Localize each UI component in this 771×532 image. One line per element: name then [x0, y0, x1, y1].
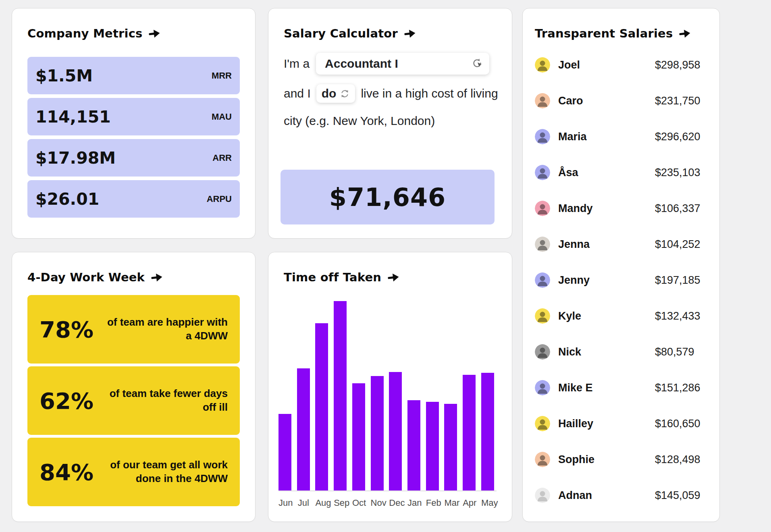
bar-jun: [278, 414, 291, 490]
hcol-toggle[interactable]: do: [316, 84, 355, 103]
metric-label: MRR: [212, 71, 232, 81]
arrow-right-icon: [387, 272, 399, 283]
metric-value: 114,151: [35, 107, 111, 127]
avatar: [535, 201, 550, 216]
bar-sep: [334, 301, 347, 490]
avatar: [535, 129, 550, 144]
stat-row: 84% of our team get all work done in the…: [27, 438, 240, 506]
transparent-salaries-title-link[interactable]: Transparent Salaries: [535, 26, 704, 41]
person-name: Caro: [558, 95, 647, 107]
randomize-role-icon[interactable]: [471, 58, 483, 70]
stat-text: of team are happier with a 4DWW: [101, 316, 228, 343]
salary-row: Nick $80,579: [535, 340, 707, 364]
person-salary: $151,286: [655, 382, 707, 394]
person-salary: $197,185: [655, 274, 707, 287]
person-salary: $145,059: [655, 489, 707, 502]
salary-row: Mike E $151,286: [535, 376, 707, 400]
x-tick-label: Jul: [297, 498, 310, 508]
x-tick-label: Mar: [444, 498, 457, 508]
person-salary: $298,958: [655, 59, 707, 71]
person-name: Joel: [558, 59, 647, 71]
person-icon: [535, 452, 550, 467]
bar-nov: [371, 376, 384, 490]
avatar: [535, 272, 550, 288]
avatar: [535, 237, 550, 252]
avatar: [535, 380, 550, 395]
stat-row: 78% of team are happier with a 4DWW: [27, 295, 240, 364]
avatar: [535, 452, 550, 467]
x-axis-labels: JunJulAugSepOctNovDecJanFebMarAprMay: [278, 498, 494, 508]
person-salary: $80,579: [655, 346, 707, 358]
person-icon: [535, 129, 550, 144]
arrow-right-icon: [151, 272, 163, 283]
metric-label: ARPU: [207, 194, 232, 204]
person-name: Mandy: [558, 202, 647, 215]
salary-row: Hailley $160,650: [535, 411, 707, 436]
person-name: Kyle: [558, 310, 647, 322]
person-name: Adnan: [558, 489, 647, 502]
bar-aug: [315, 323, 328, 490]
salary-row: Caro $231,750: [535, 89, 707, 113]
salary-calculator-card: Salary Calculator I'm a Accountant I and…: [268, 8, 512, 239]
bar-series: [278, 301, 494, 490]
metric-row: 114,151 MAU: [27, 98, 240, 135]
metric-label: ARR: [212, 153, 232, 163]
person-salary: $296,620: [655, 131, 707, 143]
x-tick-label: Oct: [352, 498, 365, 508]
time-off-title: Time off Taken: [284, 270, 381, 284]
metric-value: $1.5M: [35, 66, 93, 85]
sentence-prefix: I'm a: [284, 57, 310, 71]
bar-feb: [426, 402, 439, 490]
role-value: Accountant I: [325, 57, 398, 71]
person-icon: [535, 416, 550, 431]
salary-row: Maria $296,620: [535, 125, 707, 149]
metric-label: MAU: [212, 112, 232, 122]
stat-text: of team take fewer days off ill: [101, 387, 228, 414]
time-off-title-link[interactable]: Time off Taken: [284, 270, 497, 285]
time-off-bar-chart: JunJulAugSepOctNovDecJanFebMarAprMay: [278, 301, 497, 508]
salary-row: Sophie $128,498: [535, 447, 707, 472]
person-name: Sophie: [558, 453, 647, 466]
role-selector[interactable]: Accountant I: [316, 53, 489, 75]
stat-value: 78%: [39, 316, 94, 343]
salary-result: $71,646: [281, 170, 495, 224]
company-metrics-title-link[interactable]: Company Metrics: [27, 26, 240, 41]
person-icon: [535, 93, 550, 108]
person-name: Nick: [558, 346, 647, 358]
time-off-card: Time off Taken JunJulAugSepOctNovDecJanF…: [268, 252, 512, 522]
person-name: Mike E: [558, 382, 647, 394]
metric-value: $26.01: [35, 189, 99, 209]
stats-list: 78% of team are happier with a 4DWW 62% …: [27, 295, 240, 506]
x-tick-label: Nov: [371, 498, 384, 508]
salary-row: Joel $298,958: [535, 53, 707, 77]
x-tick-label: Dec: [389, 498, 402, 508]
person-icon: [535, 237, 550, 252]
sentence-mid: and I: [284, 87, 311, 100]
person-salary: $132,433: [655, 310, 707, 322]
company-metrics-card: Company Metrics $1.5M MRR 114,151 MAU $1…: [12, 8, 256, 239]
sentence-line2-tail: live in a high cost of living: [361, 87, 498, 100]
person-name: Hailley: [558, 418, 647, 430]
arrow-right-icon: [148, 29, 160, 39]
x-tick-label: May: [481, 498, 494, 508]
four-day-work-week-title-link[interactable]: 4-Day Work Week: [27, 270, 240, 285]
four-day-work-week-card: 4-Day Work Week 78% of team are happier …: [12, 252, 256, 522]
toggle-value: do: [322, 87, 337, 100]
salary-row: Jenna $104,252: [535, 232, 707, 256]
transparent-salaries-title: Transparent Salaries: [535, 27, 673, 40]
person-salary: $231,750: [655, 95, 707, 107]
salary-calculator-title-link[interactable]: Salary Calculator: [284, 26, 497, 41]
person-name: Åsa: [558, 166, 647, 179]
avatar: [535, 416, 550, 431]
person-icon: [535, 201, 550, 216]
salary-list: Joel $298,958 Caro $231,750 Maria $296,6…: [535, 53, 707, 507]
arrow-right-icon: [679, 29, 691, 39]
person-icon: [535, 488, 550, 503]
person-salary: $104,252: [655, 238, 707, 251]
metric-row: $1.5M MRR: [27, 57, 240, 94]
salary-row: Jenny $197,185: [535, 268, 707, 292]
salary-row: Adnan $145,059: [535, 483, 707, 507]
bar-may: [481, 373, 494, 490]
stat-value: 62%: [39, 388, 94, 414]
person-icon: [535, 344, 550, 360]
